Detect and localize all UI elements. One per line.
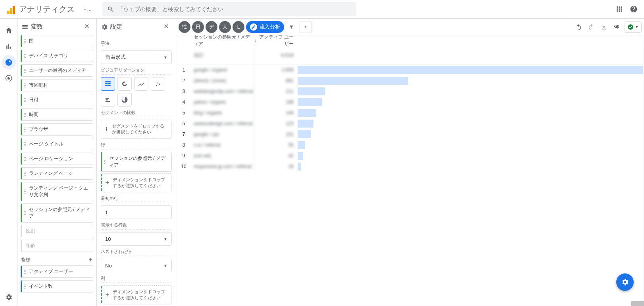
rail-reports[interactable] <box>2 39 16 54</box>
first-row-label: 最初の行 <box>101 196 172 203</box>
table-row[interactable]: 2(direct) / (none)861 <box>177 75 643 86</box>
search-input[interactable] <box>118 6 352 12</box>
canvas-tab[interactable]: 人 <box>219 21 231 33</box>
cols-label: 列 <box>101 275 172 283</box>
variables-icon <box>21 23 29 31</box>
add-metric-button[interactable]: + <box>89 256 92 263</box>
settings-title: 設定 <box>110 23 122 31</box>
variables-panel: 変数 国デバイス カテゴリユーザーの最初のメディア市区町村日付時間ブラウザページ… <box>17 19 97 306</box>
first-row-input[interactable] <box>101 205 172 219</box>
show-rows-label: 表示する行数 <box>101 222 172 230</box>
rail-admin[interactable] <box>2 290 16 304</box>
show-rows-select[interactable]: 10▼ <box>101 232 172 246</box>
dimension-chip[interactable]: ランディング ページ <box>21 167 93 180</box>
dimension-chip[interactable]: ページ ロケーション <box>21 153 93 165</box>
column-dimension-header[interactable]: セッションの参照元 / メディア <box>190 35 254 47</box>
table-row[interactable]: 7google / cpc101 <box>177 129 643 139</box>
dimension-chip[interactable]: セッションの参照元 / メディア <box>21 203 93 223</box>
column-metric-header[interactable]: ↓アクティブ ユーザー <box>254 35 298 46</box>
viz-donut-icon[interactable] <box>117 77 132 91</box>
table-row[interactable]: 1google / organic2,659 <box>177 64 643 75</box>
rail-advertising[interactable] <box>2 71 16 85</box>
status-button[interactable]: ▼ <box>625 21 642 33</box>
app-title: アナリティクス <box>19 4 75 15</box>
redo-icon[interactable] <box>586 21 597 33</box>
canvas-tab[interactable]: L <box>233 21 244 33</box>
active-tab[interactable]: 流入分析 <box>246 21 284 33</box>
dimension-chip[interactable]: ブラウザ <box>21 123 93 136</box>
dimension-chip-disabled: 性別 <box>21 225 93 237</box>
dimension-chip[interactable]: 国 <box>21 35 93 47</box>
dimension-chip[interactable]: デバイス カテゴリ <box>21 50 93 62</box>
insights-fab[interactable] <box>616 273 634 291</box>
search-icon <box>107 6 114 13</box>
tab-dropdown[interactable]: ▼ <box>289 24 294 30</box>
rail-home[interactable] <box>2 23 16 38</box>
total-row: 合計 4,518 <box>177 46 643 64</box>
dimension-chip[interactable]: ランディング ページ + クエリ文字列 <box>21 182 93 201</box>
viz-bar-icon[interactable] <box>101 93 115 107</box>
col-dimension-drop[interactable]: +ディメンションをドロップするか選択してください <box>101 285 172 304</box>
metric-chip[interactable]: アクティブ ユーザー <box>21 265 93 278</box>
left-nav-rail <box>0 19 17 306</box>
share-icon[interactable] <box>611 21 622 33</box>
add-tab-button[interactable]: + <box>300 21 311 33</box>
canvas-tab[interactable]: デ <box>206 21 217 33</box>
table-row[interactable]: 6sankoudesign.com / referral123 <box>177 118 643 129</box>
svg-point-1 <box>158 82 159 83</box>
svg-point-0 <box>156 85 157 86</box>
edit-icon <box>250 23 257 31</box>
variables-close[interactable] <box>84 23 92 31</box>
table-row[interactable]: 9(not set)42 <box>177 150 643 161</box>
segment-label: セグメントの比較 <box>101 110 172 117</box>
viz-line-icon[interactable] <box>134 77 148 91</box>
canvas-area: 性日デ人L 流入分析 ▼ + ▼ セッションの参照元 / メディア ↓アクティブ… <box>176 19 644 306</box>
dimension-chip[interactable]: 日付 <box>21 94 93 106</box>
settings-icon <box>101 23 108 31</box>
viz-table-icon[interactable] <box>101 77 115 91</box>
table-row[interactable]: 8t.co / referral55 <box>177 139 643 150</box>
rows-label: 行 <box>101 142 172 149</box>
dimension-chip[interactable]: 時間 <box>21 108 93 121</box>
dimension-chip[interactable]: ページ タイトル <box>21 138 93 150</box>
help-icon[interactable] <box>628 4 639 15</box>
table-row[interactable]: 10responsive-jp.com / referral26 <box>177 161 643 172</box>
ga-logo <box>7 4 17 14</box>
row-dimension-drop[interactable]: +ディメンションをドロップするか選択してください <box>101 173 172 192</box>
canvas-tab[interactable]: 日 <box>192 21 204 33</box>
topbar: アナリティクス - … <box>0 0 644 19</box>
dimension-chip-disabled: 年齢 <box>21 240 93 252</box>
dimension-chip[interactable]: ユーザーの最初のメディア <box>21 64 93 77</box>
variables-title: 変数 <box>31 23 43 31</box>
technique-label: 手法 <box>101 41 172 48</box>
undo-icon[interactable] <box>573 21 584 33</box>
table-row[interactable]: 4yahoo / organic196 <box>177 97 643 107</box>
canvas-tab[interactable]: 性 <box>179 21 190 33</box>
metrics-header: 指標+ <box>21 256 92 263</box>
svg-point-2 <box>159 83 160 85</box>
nested-select[interactable]: No▼ <box>101 259 172 272</box>
rail-explore[interactable] <box>2 55 16 70</box>
search-box[interactable] <box>102 2 356 16</box>
viz-scatter-icon[interactable] <box>151 77 165 91</box>
row-dimension-chip[interactable]: セッションの参照元 / メディア <box>101 152 172 172</box>
settings-close[interactable] <box>163 23 172 31</box>
settings-panel: 設定 手法 自由形式▼ ビジュアリゼーション セグメントの比較 +セグメントをド… <box>97 19 176 306</box>
download-icon[interactable] <box>598 21 609 33</box>
report-table: セッションの参照元 / メディア ↓アクティブ ユーザー 合計 4,518 1g… <box>177 35 643 306</box>
technique-select[interactable]: 自由形式▼ <box>101 50 172 64</box>
viz-geo-icon[interactable] <box>117 93 132 107</box>
table-row[interactable]: 5bing / organic144 <box>177 107 643 118</box>
viz-label: ビジュアリゼーション <box>101 67 172 75</box>
nested-label: ネストされた行 <box>101 249 172 256</box>
breadcrumb[interactable]: - … <box>84 6 95 12</box>
metric-chip[interactable]: イベント数 <box>21 280 93 292</box>
scrollbar-stub <box>631 301 644 306</box>
apps-icon[interactable] <box>614 4 625 15</box>
table-row[interactable]: 3webdesignclip.com / referral211 <box>177 86 643 97</box>
segment-drop[interactable]: +セグメントをドロップするか選択してください <box>101 120 172 139</box>
canvas-tabs: 性日デ人L 流入分析 ▼ + ▼ <box>176 19 644 35</box>
dimension-chip[interactable]: 市区町村 <box>21 79 93 91</box>
